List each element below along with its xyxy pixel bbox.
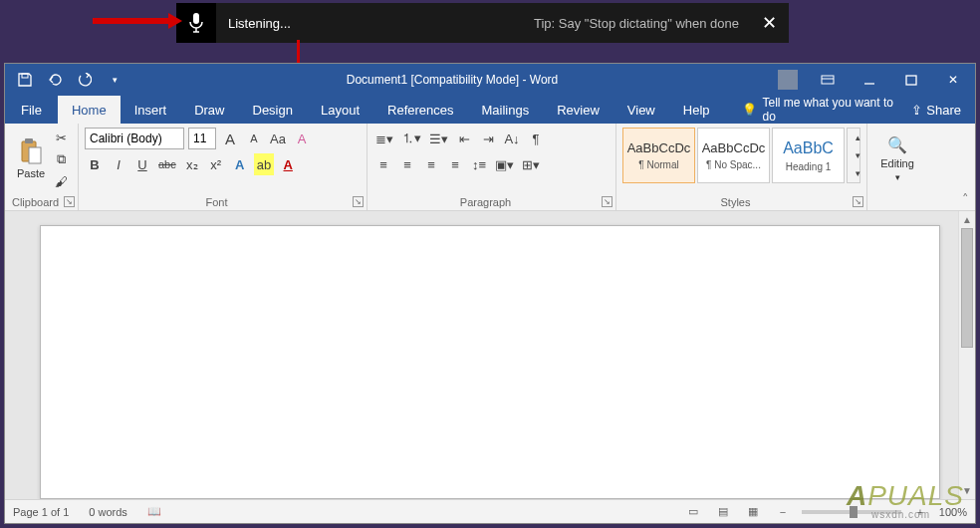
close-icon[interactable]: ✕ — [749, 3, 789, 43]
style-normal[interactable]: AaBbCcDc ¶ Normal — [622, 128, 695, 183]
align-right-icon[interactable]: ≡ — [421, 153, 441, 175]
paragraph-dialog-launcher[interactable]: ↘ — [602, 196, 612, 207]
share-icon: ⇪ — [911, 103, 922, 118]
find-icon: 🔍 — [887, 135, 907, 154]
show-marks-icon[interactable]: ¶ — [526, 128, 546, 149]
font-group-label: Font — [79, 196, 355, 208]
ribbon-display-icon[interactable] — [808, 66, 848, 94]
style-no-spacing[interactable]: AaBbCcDc ¶ No Spac... — [697, 128, 770, 183]
watermark-prefix: A — [847, 480, 867, 511]
line-spacing-icon[interactable]: ↕≡ — [469, 153, 489, 175]
bullets-icon[interactable]: ≣▾ — [373, 128, 395, 149]
style-name-text: ¶ No Spac... — [706, 159, 761, 170]
clear-formatting-icon[interactable]: A — [292, 128, 312, 149]
align-left-icon[interactable]: ≡ — [373, 153, 393, 175]
page-number-status[interactable]: Page 1 of 1 — [13, 506, 69, 518]
read-mode-icon[interactable]: ▭ — [682, 503, 704, 521]
undo-icon[interactable] — [41, 66, 69, 94]
tell-me-search[interactable]: 💡 Tell me what you want to do — [724, 96, 898, 124]
style-preview-text: AaBbC — [783, 139, 834, 157]
tell-me-label: Tell me what you want to do — [763, 96, 898, 124]
styles-scroll-up-icon[interactable]: ▴ — [848, 129, 867, 146]
tab-file[interactable]: File — [5, 96, 58, 124]
decrease-indent-icon[interactable]: ⇤ — [454, 128, 474, 149]
minimize-icon[interactable] — [850, 66, 889, 94]
tab-home[interactable]: Home — [58, 96, 121, 124]
document-page[interactable] — [40, 225, 940, 499]
grow-font-icon[interactable]: A — [220, 128, 240, 149]
justify-icon[interactable]: ≡ — [445, 153, 465, 175]
ribbon-tabs: File Home Insert Draw Design Layout Refe… — [5, 96, 975, 124]
font-dialog-launcher[interactable]: ↘ — [353, 196, 364, 207]
styles-expand-icon[interactable]: ▾ — [848, 164, 867, 182]
format-painter-icon[interactable]: 🖌 — [51, 171, 71, 191]
editing-button[interactable]: 🔍 Editing ▾ — [873, 126, 921, 191]
print-layout-icon[interactable]: ▤ — [712, 503, 734, 521]
superscript-button[interactable]: x² — [206, 153, 226, 175]
highlight-icon[interactable]: ab — [254, 153, 274, 175]
redo-icon[interactable] — [71, 66, 99, 94]
tab-view[interactable]: View — [613, 96, 669, 124]
strikethrough-button[interactable]: abc — [156, 153, 178, 175]
dictation-tip-text: Tip: Say "Stop dictating" when done — [534, 16, 749, 31]
bold-button[interactable]: B — [85, 153, 105, 175]
style-heading1[interactable]: AaBbC Heading 1 — [772, 128, 845, 183]
tab-insert[interactable]: Insert — [121, 96, 181, 124]
font-color-icon[interactable]: A — [278, 153, 298, 175]
font-name-input[interactable] — [85, 128, 184, 149]
document-area: ▲ ▼ — [5, 211, 975, 499]
copy-icon[interactable]: ⧉ — [51, 149, 71, 169]
save-icon[interactable] — [11, 66, 39, 94]
scroll-up-icon[interactable]: ▲ — [959, 211, 975, 228]
shading-icon[interactable]: ▣▾ — [493, 153, 516, 175]
spelling-status-icon[interactable]: 📖 — [147, 505, 161, 518]
svg-rect-0 — [193, 13, 199, 24]
tab-review[interactable]: Review — [543, 96, 613, 124]
tab-references[interactable]: References — [373, 96, 467, 124]
text-effects-icon[interactable]: A — [230, 153, 250, 175]
underline-button[interactable]: U — [132, 153, 152, 175]
zoom-out-icon[interactable]: − — [772, 503, 794, 521]
styles-scroll-down-icon[interactable]: ▾ — [848, 146, 867, 164]
qat-customize-icon[interactable]: ▾ — [101, 66, 128, 94]
editing-label: Editing — [880, 157, 914, 169]
style-name-text: Heading 1 — [786, 161, 832, 172]
microphone-icon[interactable] — [176, 3, 216, 43]
tab-design[interactable]: Design — [239, 96, 307, 124]
word-count-status[interactable]: 0 words — [89, 506, 127, 518]
quick-access-toolbar: ▾ — [5, 66, 134, 94]
clipboard-dialog-launcher[interactable]: ↘ — [64, 196, 75, 207]
change-case-icon[interactable]: Aa — [268, 128, 288, 149]
ribbon-group-clipboard: Paste ✂ ⧉ 🖌 Clipboard ↘ — [5, 124, 79, 210]
numbering-icon[interactable]: ⒈▾ — [399, 128, 423, 149]
align-center-icon[interactable]: ≡ — [397, 153, 417, 175]
ribbon-group-paragraph: ≣▾ ⒈▾ ☰▾ ⇤ ⇥ A↓ ¶ ≡ ≡ ≡ ≡ ↕≡ ▣▾ ⊞▾ Parag… — [368, 124, 616, 210]
borders-icon[interactable]: ⊞▾ — [520, 153, 542, 175]
font-size-input[interactable] — [188, 128, 216, 149]
share-button[interactable]: ⇪ Share — [897, 96, 975, 124]
sort-icon[interactable]: A↓ — [502, 128, 522, 149]
italic-button[interactable]: I — [109, 153, 128, 175]
tab-help[interactable]: Help — [669, 96, 724, 124]
scrollbar-thumb[interactable] — [961, 228, 973, 348]
web-layout-icon[interactable]: ▦ — [742, 503, 764, 521]
vertical-scrollbar[interactable]: ▲ ▼ — [958, 211, 975, 499]
increase-indent-icon[interactable]: ⇥ — [478, 128, 498, 149]
paste-button[interactable]: Paste — [11, 126, 51, 191]
tab-layout[interactable]: Layout — [307, 96, 373, 124]
tab-draw[interactable]: Draw — [180, 96, 238, 124]
subscript-button[interactable]: x₂ — [182, 153, 202, 175]
svg-rect-9 — [25, 138, 33, 143]
collapse-ribbon-icon[interactable]: ˄ — [962, 191, 969, 206]
window-close-icon[interactable]: ✕ — [933, 66, 973, 94]
styles-dialog-launcher[interactable]: ↘ — [853, 196, 863, 207]
multilevel-list-icon[interactable]: ☰▾ — [427, 128, 450, 149]
watermark-logo: APUALS — [847, 480, 964, 512]
maximize-icon[interactable] — [891, 66, 931, 94]
cut-icon[interactable]: ✂ — [51, 128, 71, 147]
share-label: Share — [926, 103, 961, 118]
shrink-font-icon[interactable]: A — [244, 128, 264, 149]
dropdown-icon: ▾ — [895, 172, 900, 182]
user-avatar[interactable] — [778, 70, 798, 90]
tab-mailings[interactable]: Mailings — [468, 96, 544, 124]
